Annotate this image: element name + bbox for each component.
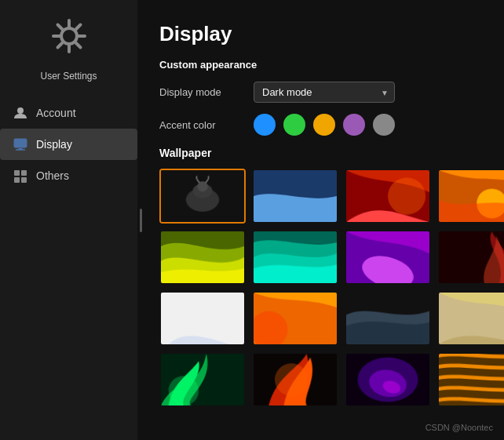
accent-color-label: Accent color <box>159 119 254 131</box>
page-title: Display <box>159 22 482 46</box>
wallpaper-item-12[interactable] <box>159 352 246 407</box>
accent-color-orange[interactable] <box>313 114 335 136</box>
sidebar-item-account[interactable]: Account <box>0 97 137 129</box>
svg-rect-10 <box>14 139 27 147</box>
custom-appearance-label: Custom appearance <box>159 59 482 71</box>
display-icon <box>13 136 28 152</box>
wallpaper-item-6[interactable] <box>345 230 431 285</box>
account-icon <box>13 105 28 121</box>
settings-gear-icon <box>49 16 89 66</box>
svg-rect-15 <box>14 177 20 183</box>
watermark: CSDN @Noontec <box>425 423 493 432</box>
wallpaper-item-7[interactable] <box>437 230 504 285</box>
svg-rect-14 <box>21 170 27 176</box>
sidebar-item-display-label: Display <box>36 138 72 151</box>
sidebar-item-others[interactable]: Others <box>0 160 137 191</box>
wallpaper-item-3[interactable] <box>437 169 504 224</box>
main-content: Display Custom appearance Display mode D… <box>137 0 504 440</box>
svg-line-7 <box>76 25 81 30</box>
display-mode-select-wrapper: Dark mode Light mode System default <box>254 82 395 103</box>
wallpaper-item-15[interactable] <box>437 352 504 407</box>
accent-color-green[interactable] <box>283 114 305 136</box>
accent-color-blue[interactable] <box>254 114 276 136</box>
sidebar: User Settings Account Display <box>0 0 137 440</box>
sidebar-item-account-label: Account <box>36 107 76 119</box>
svg-point-0 <box>61 28 77 44</box>
display-mode-row: Display mode Dark mode Light mode System… <box>159 82 482 103</box>
accent-color-row: Accent color <box>159 114 482 136</box>
accent-colors-container <box>254 114 395 136</box>
accent-color-purple[interactable] <box>343 114 365 136</box>
wallpaper-item-0[interactable] <box>159 169 246 224</box>
svg-rect-13 <box>14 170 20 176</box>
wallpaper-item-2[interactable] <box>345 169 431 224</box>
wallpaper-item-1[interactable] <box>252 169 338 224</box>
display-mode-select[interactable]: Dark mode Light mode System default <box>254 82 395 103</box>
svg-line-5 <box>57 25 62 30</box>
wallpaper-grid <box>159 169 482 407</box>
wallpaper-item-11[interactable] <box>437 291 504 346</box>
wallpaper-item-10[interactable] <box>345 291 431 346</box>
svg-rect-16 <box>21 177 27 183</box>
others-icon <box>13 168 28 184</box>
wallpaper-item-9[interactable] <box>252 291 338 346</box>
wallpaper-item-8[interactable] <box>159 291 246 346</box>
scrollbar[interactable] <box>140 209 142 232</box>
svg-point-9 <box>17 107 24 114</box>
display-mode-label: Display mode <box>159 86 254 98</box>
accent-color-gray[interactable] <box>373 114 395 136</box>
svg-line-6 <box>76 43 81 48</box>
wallpaper-item-4[interactable] <box>159 230 246 285</box>
wallpaper-section-label: Wallpaper <box>159 147 482 159</box>
wallpaper-item-5[interactable] <box>252 230 338 285</box>
sidebar-item-display[interactable]: Display <box>0 129 137 160</box>
svg-line-8 <box>57 43 62 48</box>
wallpaper-item-14[interactable] <box>345 352 431 407</box>
sidebar-nav: Account Display Others <box>0 97 137 191</box>
sidebar-item-others-label: Others <box>36 169 69 182</box>
wallpaper-item-13[interactable] <box>252 352 338 407</box>
settings-title: User Settings <box>40 71 97 82</box>
